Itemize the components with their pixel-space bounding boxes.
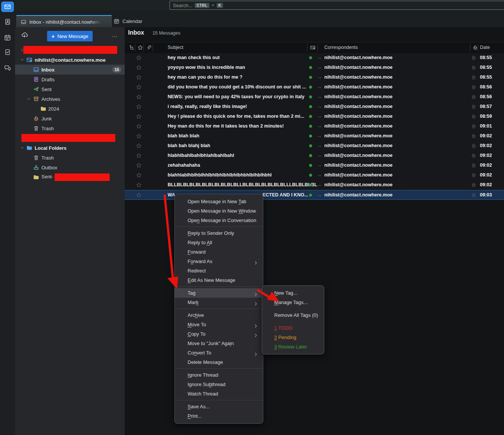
message-row[interactable]: zehahahahaha→nihilist@contact.nowhere.mo… (125, 161, 504, 170)
calendar-space-icon[interactable] (1, 32, 14, 43)
menu-item-move-to-junk-again[interactable]: Move to "Junk" Again (175, 339, 263, 348)
unread-status-dot[interactable] (309, 144, 312, 148)
tab-calendar[interactable]: Calendar (109, 15, 147, 27)
tag-menu-item-2-pending[interactable]: 2 Pending (262, 333, 324, 342)
new-message-button[interactable]: + New Message (47, 31, 93, 41)
tab-inbox[interactable]: Inbox - nihilist@contact.nowhere.mo (16, 15, 112, 28)
menu-item-open-message-in-new-tab[interactable]: Open Message in New Tab (175, 197, 263, 206)
star-icon[interactable] (136, 153, 142, 158)
message-row[interactable]: blah blah blah→nihilist@contact.nowhere.… (125, 131, 504, 141)
message-row[interactable]: NEWS: you will need to pay 42% taxes for… (125, 92, 504, 102)
folder-row-trash[interactable]: Trash (15, 123, 125, 133)
correspondents-column-header[interactable]: Correspondents (324, 45, 358, 50)
unread-status-dot[interactable] (309, 85, 312, 89)
junk-status-icon[interactable] (471, 104, 477, 110)
message-row[interactable]: Hey ! please do this quick one for me, t… (125, 112, 504, 122)
junk-status-icon[interactable] (471, 65, 477, 70)
message-row[interactable]: BLLBLBLBLBLBLBLBLBLBLBLLBLBLBLBLBLBLBLLL… (125, 180, 504, 190)
subject-column-header[interactable]: Subject (168, 45, 183, 50)
junk-status-icon[interactable] (471, 182, 477, 188)
menu-item-edit-as-new-message[interactable]: Edit As New Message (175, 275, 263, 285)
unread-status-dot[interactable] (309, 125, 312, 128)
redacted-account-row[interactable] (15, 45, 125, 55)
star-icon[interactable] (136, 104, 142, 110)
star-icon[interactable] (136, 172, 142, 178)
menu-item-ignore-thread[interactable]: Ignore Thread (175, 370, 263, 380)
star-icon[interactable] (136, 114, 142, 119)
folder-row-trash[interactable]: Trash (15, 153, 125, 163)
junk-status-icon[interactable] (471, 84, 477, 90)
message-row[interactable]: Hey man do this for me it takes less tha… (125, 122, 504, 131)
read-status-column-icon[interactable] (310, 45, 316, 51)
star-icon[interactable] (136, 163, 142, 168)
junk-status-icon[interactable] (471, 153, 477, 158)
tag-menu-item-3-review-later[interactable]: 3 Review Later (262, 342, 324, 351)
menu-item-save-as[interactable]: Save As... (175, 402, 263, 411)
unread-status-dot[interactable] (309, 76, 312, 79)
star-column-icon[interactable] (137, 45, 144, 51)
message-row[interactable]: yoyoyo wow this is incredible man→nihili… (125, 63, 504, 73)
menu-item-watch-thread[interactable]: Watch Thread (175, 389, 263, 398)
menu-item-move-to[interactable]: Move To (175, 320, 263, 329)
attachment-column-icon[interactable] (146, 45, 152, 51)
star-icon[interactable] (136, 75, 142, 80)
folder-pane-options-icon[interactable]: ... (110, 31, 120, 40)
junk-status-icon[interactable] (471, 75, 477, 80)
junk-status-icon[interactable] (471, 172, 477, 178)
star-icon[interactable] (136, 65, 142, 70)
tag-menu-item-1-todo[interactable]: 1 TODO (262, 323, 324, 333)
unread-status-dot[interactable] (309, 134, 312, 138)
folder-row-sent[interactable]: Sent (15, 84, 125, 94)
mail-space-icon[interactable] (1, 2, 14, 12)
unread-status-dot[interactable] (309, 173, 312, 177)
message-row[interactable]: blahhlablhblhblhhlbhlbhlbhlbhlbhbhlblhbl… (125, 170, 504, 180)
star-icon[interactable] (136, 123, 142, 129)
junk-status-icon[interactable] (471, 133, 477, 139)
global-search-input[interactable]: Search... CTRL + K (170, 1, 504, 10)
tasks-space-icon[interactable] (1, 47, 14, 57)
menu-item-copy-to[interactable]: Copy To (175, 329, 263, 339)
get-messages-icon[interactable] (21, 32, 29, 40)
junk-status-icon[interactable] (471, 94, 477, 100)
junk-status-icon[interactable] (471, 123, 477, 129)
junk-status-icon[interactable] (471, 143, 477, 149)
star-icon[interactable] (136, 55, 142, 61)
folder-row-archives[interactable]: Archives (15, 94, 125, 104)
menu-item-ignore-subthread[interactable]: Ignore Subthread (175, 380, 263, 389)
tag-menu-item-new-tag[interactable]: New Tag... (262, 288, 324, 298)
unread-status-dot[interactable] (309, 193, 312, 197)
menu-item-archive[interactable]: Archive (175, 310, 263, 320)
junk-status-icon[interactable] (471, 55, 477, 61)
star-icon[interactable] (136, 182, 142, 188)
folder-row-sent-[interactable]: Sent- (15, 172, 125, 182)
tag-menu-item-manage-tags[interactable]: Manage Tags... (262, 298, 324, 307)
unread-status-dot[interactable] (309, 105, 312, 108)
message-row[interactable]: hey man check this out→nihilist@contact.… (125, 53, 504, 63)
menu-item-print[interactable]: Print... (175, 411, 263, 421)
menu-item-delete-message[interactable]: Delete Message (175, 357, 263, 367)
menu-item-forward[interactable]: Forward (175, 247, 263, 257)
account-row[interactable]: Local Folders (15, 143, 125, 153)
folder-row-drafts[interactable]: Drafts (15, 75, 125, 84)
star-icon[interactable] (136, 84, 142, 90)
junk-status-icon[interactable] (471, 163, 477, 168)
chevron-down-icon[interactable] (20, 58, 24, 62)
menu-item-convert-to[interactable]: Convert To (175, 348, 263, 357)
junk-status-icon[interactable] (471, 192, 477, 198)
unread-status-dot[interactable] (309, 154, 312, 157)
address-book-space-icon[interactable] (1, 17, 14, 27)
unread-status-dot[interactable] (309, 115, 312, 118)
unread-status-dot[interactable] (309, 56, 312, 59)
star-icon[interactable] (136, 94, 142, 100)
folder-row-junk[interactable]: Junk (15, 114, 125, 123)
message-row[interactable]: hey man can you do this for me ?→nihilis… (125, 73, 504, 82)
chevron-down-icon[interactable] (26, 97, 31, 101)
unread-status-dot[interactable] (309, 183, 312, 187)
folder-row-2024[interactable]: 2024 (15, 104, 125, 114)
menu-item-redirect[interactable]: Redirect (175, 266, 263, 275)
message-row[interactable]: blah bah blahj blah→nihilist@contact.now… (125, 141, 504, 151)
folder-row-inbox[interactable]: Inbox15 (15, 65, 125, 75)
message-row[interactable]: hlabhlbahlbahlbhlahlbahlbahl→nihilist@co… (125, 151, 504, 161)
star-icon[interactable] (136, 143, 142, 149)
junk-status-icon[interactable] (471, 114, 477, 119)
